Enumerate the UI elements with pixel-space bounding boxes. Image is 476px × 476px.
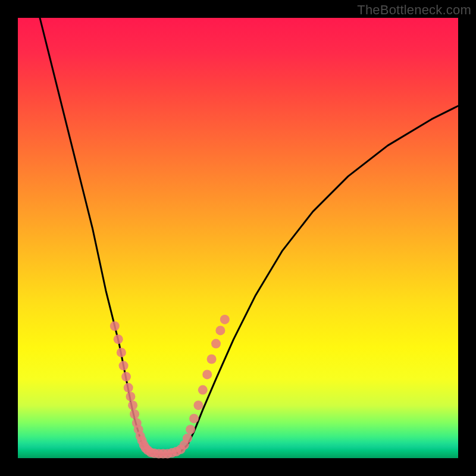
scatter-dot <box>110 321 120 331</box>
curve-line <box>40 18 458 455</box>
scatter-dot <box>121 372 131 381</box>
scatter-dot <box>126 392 135 401</box>
scatter-dot <box>211 339 221 349</box>
scatter-dot <box>207 355 217 364</box>
scatter-dot <box>124 383 133 393</box>
scatter-dot <box>193 400 203 410</box>
scatter-dot <box>183 434 192 443</box>
plot-area <box>18 18 458 458</box>
scatter-dot <box>114 334 123 344</box>
scatter-dot <box>130 409 139 419</box>
scatter-dot <box>220 315 230 324</box>
plot-svg <box>18 18 458 458</box>
watermark-text: TheBottleneck.com <box>357 2 471 18</box>
scatter-dot <box>119 361 129 371</box>
scatter-dot <box>128 400 137 410</box>
chart-frame: TheBottleneck.com <box>0 0 476 476</box>
scatter-dot <box>189 414 199 423</box>
scatter-dot <box>215 325 225 335</box>
scatter-dot <box>117 347 126 357</box>
scatter-dot <box>198 385 208 394</box>
scatter-dot <box>186 425 195 434</box>
scatter-dot <box>202 369 212 379</box>
